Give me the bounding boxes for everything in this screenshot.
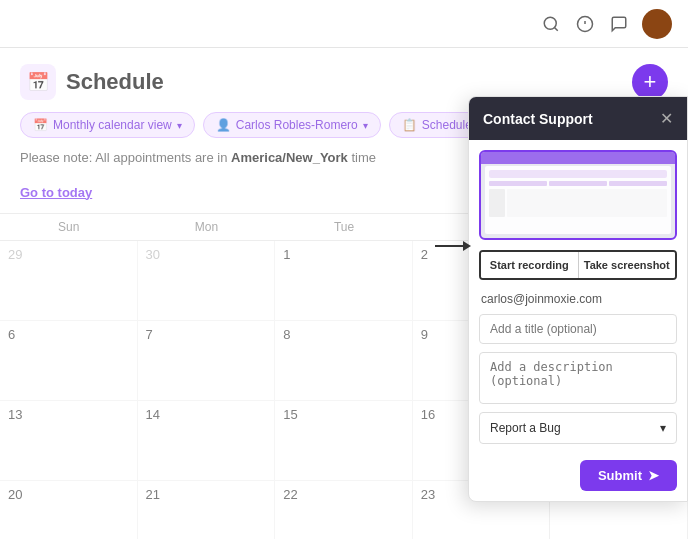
screenshot-preview <box>479 150 677 240</box>
schedule-icon: 📅 <box>20 64 56 100</box>
filter-label: Monthly calendar view <box>53 118 172 132</box>
close-button[interactable]: ✕ <box>660 109 673 128</box>
user-email: carlos@joinmoxie.com <box>469 288 687 314</box>
list-icon: 📋 <box>402 118 417 132</box>
title-input[interactable] <box>490 322 666 336</box>
page-title: Schedule <box>66 69 164 95</box>
calendar-cell[interactable]: 15 <box>275 401 413 481</box>
description-field[interactable] <box>479 352 677 404</box>
day-header-sun: Sun <box>0 214 138 240</box>
title-field[interactable] <box>479 314 677 344</box>
report-type-dropdown[interactable]: Report a Bug ▾ <box>479 412 677 444</box>
avatar[interactable] <box>642 9 672 39</box>
preview-minibar <box>481 152 675 164</box>
submit-button[interactable]: Submit ➤ <box>580 460 677 491</box>
arrow-head <box>463 241 471 251</box>
calendar-cell[interactable]: 21 <box>138 481 276 539</box>
calendar-cell[interactable]: 6 <box>0 321 138 401</box>
calendar-cell[interactable]: 22 <box>275 481 413 539</box>
calendar-cell[interactable]: 20 <box>0 481 138 539</box>
filter-user[interactable]: 👤 Carlos Robles-Romero ▾ <box>203 112 381 138</box>
chevron-down-icon: ▾ <box>177 120 182 131</box>
search-icon[interactable] <box>540 13 562 35</box>
chat-icon[interactable] <box>608 13 630 35</box>
chevron-down-icon: ▾ <box>660 421 666 435</box>
record-buttons: Start recording Take screenshot <box>479 250 677 280</box>
support-panel: Contact Support ✕ Start recording <box>468 96 688 502</box>
main-content: 📅 Schedule + 📅 Monthly calendar view ▾ 👤… <box>0 48 688 539</box>
arrow-line <box>435 245 463 247</box>
description-input[interactable] <box>490 360 666 388</box>
calendar-cell[interactable]: 8 <box>275 321 413 401</box>
calendar-cell[interactable]: 7 <box>138 321 276 401</box>
filter-monthly-view[interactable]: 📅 Monthly calendar view ▾ <box>20 112 195 138</box>
submit-label: Submit <box>598 468 642 483</box>
day-header-tue: Tue <box>275 214 413 240</box>
calendar-icon: 📅 <box>33 118 48 132</box>
calendar-cell[interactable]: 14 <box>138 401 276 481</box>
filter-label: Carlos Robles-Romero <box>236 118 358 132</box>
send-icon: ➤ <box>648 468 659 483</box>
add-button[interactable]: + <box>632 64 668 100</box>
user-icon: 👤 <box>216 118 231 132</box>
day-header-mon: Mon <box>138 214 276 240</box>
arrow-indicator <box>435 241 471 251</box>
take-screenshot-button[interactable]: Take screenshot <box>579 252 676 278</box>
calendar-cell[interactable]: 13 <box>0 401 138 481</box>
chevron-down-icon: ▾ <box>363 120 368 131</box>
preview-content <box>485 166 671 234</box>
support-title: Contact Support <box>483 111 593 127</box>
go-today-button[interactable]: Go to today <box>20 185 92 200</box>
support-header: Contact Support ✕ <box>469 97 687 140</box>
submit-area: Submit ➤ <box>469 454 687 501</box>
calendar-cell[interactable]: 29 <box>0 241 138 321</box>
info-icon[interactable] <box>574 13 596 35</box>
calendar-cell[interactable]: 30 <box>138 241 276 321</box>
calendar-cell[interactable]: 1 <box>275 241 413 321</box>
report-type-label: Report a Bug <box>490 421 561 435</box>
svg-line-1 <box>554 27 557 30</box>
start-recording-button[interactable]: Start recording <box>481 252 579 278</box>
svg-point-0 <box>544 17 556 29</box>
top-nav <box>0 0 688 48</box>
